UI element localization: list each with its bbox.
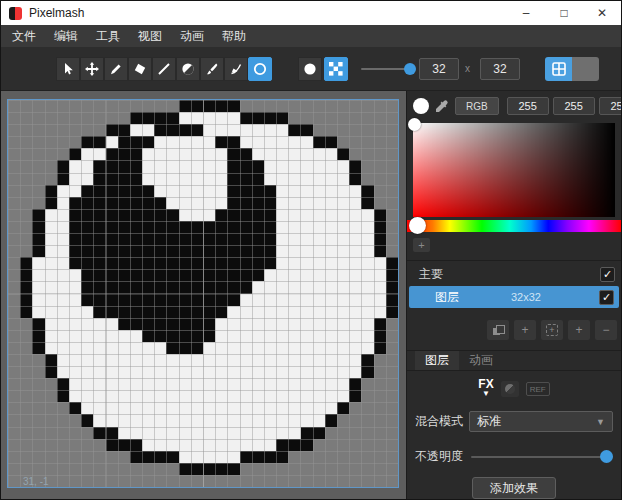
pixel-cell[interactable] bbox=[93, 342, 105, 354]
pixel-cell[interactable] bbox=[69, 475, 81, 487]
pixel-cell[interactable] bbox=[20, 439, 32, 451]
pixel-cell[interactable] bbox=[215, 221, 227, 233]
pixel-cell[interactable] bbox=[154, 390, 166, 402]
pixel-cell[interactable] bbox=[130, 185, 142, 197]
pixel-cell[interactable] bbox=[252, 148, 264, 160]
pixel-cell[interactable] bbox=[288, 318, 300, 330]
pixel-cell[interactable] bbox=[313, 245, 325, 257]
pixel-cell[interactable] bbox=[313, 112, 325, 124]
rgb-value-field-0[interactable]: 255 bbox=[507, 97, 549, 115]
pixel-cell[interactable] bbox=[264, 221, 276, 233]
pixel-cell[interactable] bbox=[361, 330, 373, 342]
pixel-cell[interactable] bbox=[361, 173, 373, 185]
pixel-cell[interactable] bbox=[45, 366, 57, 378]
pixel-cell[interactable] bbox=[32, 414, 44, 426]
pixel-cell[interactable] bbox=[349, 390, 361, 402]
pixel-cell[interactable] bbox=[386, 306, 398, 318]
pixel-cell[interactable] bbox=[313, 173, 325, 185]
pixel-cell[interactable] bbox=[227, 173, 239, 185]
pixel-cell[interactable] bbox=[106, 209, 118, 221]
pixel-cell[interactable] bbox=[191, 160, 203, 172]
pixel-cell[interactable] bbox=[45, 281, 57, 293]
pixel-cell[interactable] bbox=[8, 245, 20, 257]
pixel-cell[interactable] bbox=[81, 233, 93, 245]
pixel-cell[interactable] bbox=[374, 245, 386, 257]
pixel-cell[interactable] bbox=[349, 318, 361, 330]
pixel-cell[interactable] bbox=[337, 233, 349, 245]
pixel-cell[interactable] bbox=[301, 294, 313, 306]
move-tool[interactable] bbox=[80, 57, 104, 81]
pixel-cell[interactable] bbox=[337, 366, 349, 378]
pixel-cell[interactable] bbox=[301, 221, 313, 233]
pixel-cell[interactable] bbox=[106, 427, 118, 439]
pixel-cell[interactable] bbox=[45, 221, 57, 233]
pixel-cell[interactable] bbox=[264, 100, 276, 112]
pixel-cell[interactable] bbox=[8, 402, 20, 414]
pixel-cell[interactable] bbox=[252, 160, 264, 172]
pixel-cell[interactable] bbox=[361, 342, 373, 354]
pixel-cell[interactable] bbox=[8, 451, 20, 463]
pixel-cell[interactable] bbox=[252, 197, 264, 209]
pixel-cell[interactable] bbox=[93, 281, 105, 293]
pixel-cell[interactable] bbox=[203, 451, 215, 463]
hue-slider-handle[interactable] bbox=[409, 217, 426, 234]
pixel-cell[interactable] bbox=[154, 136, 166, 148]
pixel-cell[interactable] bbox=[8, 257, 20, 269]
pixel-cell[interactable] bbox=[45, 136, 57, 148]
pixel-cell[interactable] bbox=[301, 306, 313, 318]
pixel-cell[interactable] bbox=[276, 124, 288, 136]
pixel-cell[interactable] bbox=[20, 233, 32, 245]
pixel-cell[interactable] bbox=[20, 245, 32, 257]
pixel-cell[interactable] bbox=[130, 330, 142, 342]
pixel-cell[interactable] bbox=[179, 378, 191, 390]
pixel-cell[interactable] bbox=[45, 330, 57, 342]
pixel-cell[interactable] bbox=[81, 185, 93, 197]
pixel-cell[interactable] bbox=[118, 294, 130, 306]
brush-size-slider[interactable] bbox=[361, 57, 411, 81]
pixel-cell[interactable] bbox=[325, 281, 337, 293]
pixel-cell[interactable] bbox=[20, 463, 32, 475]
pixel-cell[interactable] bbox=[240, 160, 252, 172]
pixel-cell[interactable] bbox=[361, 414, 373, 426]
pixel-cell[interactable] bbox=[81, 269, 93, 281]
pixel-cell[interactable] bbox=[325, 269, 337, 281]
pixel-cell[interactable] bbox=[81, 306, 93, 318]
pixel-cell[interactable] bbox=[203, 136, 215, 148]
pixel-cell[interactable] bbox=[32, 209, 44, 221]
pixel-cell[interactable] bbox=[337, 414, 349, 426]
pixel-cell[interactable] bbox=[240, 136, 252, 148]
pixel-cell[interactable] bbox=[166, 463, 178, 475]
pixel-cell[interactable] bbox=[20, 221, 32, 233]
pixel-cell[interactable] bbox=[142, 318, 154, 330]
pixel-cell[interactable] bbox=[361, 281, 373, 293]
pixel-cell[interactable] bbox=[240, 475, 252, 487]
pixel-cell[interactable] bbox=[8, 414, 20, 426]
pixel-cell[interactable] bbox=[191, 451, 203, 463]
pixel-cell[interactable] bbox=[288, 197, 300, 209]
pixel-cell[interactable] bbox=[203, 475, 215, 487]
pixel-cell[interactable] bbox=[386, 136, 398, 148]
pixel-cell[interactable] bbox=[301, 463, 313, 475]
pixel-cell[interactable] bbox=[57, 378, 69, 390]
brush-tool[interactable] bbox=[200, 57, 224, 81]
pixel-cell[interactable] bbox=[288, 402, 300, 414]
pixel-cell[interactable] bbox=[166, 318, 178, 330]
pixel-cell[interactable] bbox=[69, 269, 81, 281]
pixel-cell[interactable] bbox=[57, 160, 69, 172]
pixel-cell[interactable] bbox=[240, 197, 252, 209]
pixel-cell[interactable] bbox=[203, 112, 215, 124]
pixel-cell[interactable] bbox=[349, 112, 361, 124]
pixel-cell[interactable] bbox=[154, 451, 166, 463]
pixel-cell[interactable] bbox=[349, 269, 361, 281]
pixel-cell[interactable] bbox=[227, 427, 239, 439]
pixel-cell[interactable] bbox=[142, 330, 154, 342]
tab-animation[interactable]: 动画 bbox=[459, 351, 503, 370]
pixel-cell[interactable] bbox=[325, 451, 337, 463]
pixel-cell[interactable] bbox=[374, 221, 386, 233]
pixel-cell[interactable] bbox=[288, 451, 300, 463]
pixel-cell[interactable] bbox=[69, 439, 81, 451]
pixel-cell[interactable] bbox=[142, 136, 154, 148]
pixel-cell[interactable] bbox=[337, 269, 349, 281]
pixel-cell[interactable] bbox=[69, 185, 81, 197]
pixel-cell[interactable] bbox=[191, 294, 203, 306]
